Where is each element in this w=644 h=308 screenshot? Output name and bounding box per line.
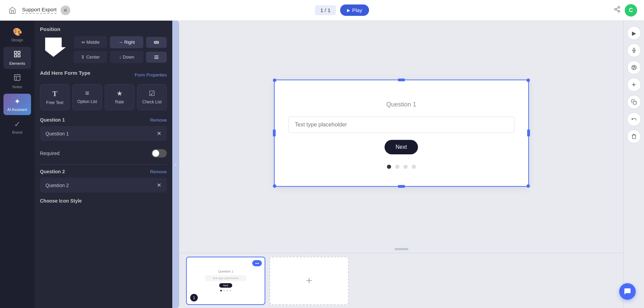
question2-clear-icon[interactable]: ✕ (157, 182, 161, 188)
canvas-bottom-handle[interactable] (179, 245, 623, 253)
svg-point-24 (634, 68, 635, 68)
brand-icon: ✓ (14, 120, 20, 129)
handle-top-center[interactable] (398, 79, 405, 81)
svg-line-3 (616, 10, 618, 11)
toolbar-undo-button[interactable] (627, 112, 641, 126)
share-icon[interactable] (614, 6, 621, 14)
middle-icon: ⇔ (81, 40, 85, 45)
svg-rect-9 (14, 75, 20, 81)
dot-1 (387, 165, 391, 169)
sidebar-item-elements[interactable]: Elements (3, 47, 31, 69)
canvas-text-input[interactable] (288, 116, 514, 133)
slide-strip: ••• Question 1 Text type placeholder Nex… (179, 253, 623, 308)
question2-remove-link[interactable]: Remove (150, 169, 167, 174)
svg-point-25 (633, 68, 634, 69)
main-layout: 🎨 Design Elements Notes ✦ AI Assistant ✓… (0, 21, 644, 308)
question2-input[interactable]: Question 2 ✕ (40, 178, 167, 193)
slide-thumb-dot-2 (223, 290, 225, 291)
svg-rect-5 (14, 51, 17, 53)
toolbar-play-button[interactable]: ▶ (627, 26, 641, 40)
form-type-rate[interactable]: ★ Rate (105, 84, 134, 110)
position-center-button[interactable]: ⇕ Center (74, 51, 107, 63)
svg-rect-18 (633, 48, 635, 51)
toolbar-copy-button[interactable] (627, 95, 641, 109)
handle-bottom-left[interactable] (273, 184, 276, 188)
page-indicator: 1 / 1 (315, 5, 336, 15)
close-button[interactable]: ✕ (61, 6, 70, 15)
avatar: C (625, 4, 637, 17)
slide-thumb-dot-1 (220, 290, 222, 291)
sidebar-item-notes[interactable]: Notes (3, 70, 31, 92)
handle-top-left[interactable] (273, 79, 276, 82)
required-toggle[interactable] (152, 149, 167, 157)
question2-value: Question 2 (45, 183, 69, 188)
question1-clear-icon[interactable]: ✕ (157, 130, 161, 137)
position-right-button[interactable]: → Right (110, 36, 143, 48)
dot-3 (403, 165, 408, 169)
slide-thumbnail-1[interactable]: ••• Question 1 Text type placeholder Nex… (186, 257, 265, 305)
question1-input[interactable]: Question 1 ✕ (40, 126, 167, 141)
handle-bottom-right[interactable] (527, 184, 530, 188)
question2-header: Question 2 Remove (40, 169, 167, 174)
question1-remove-link[interactable]: Remove (150, 117, 167, 123)
svg-line-4 (616, 8, 618, 9)
canvas-next-button[interactable]: Next (385, 140, 418, 154)
required-label: Required (40, 151, 60, 156)
toolbar-delete-button[interactable] (627, 130, 641, 143)
svg-point-22 (633, 66, 633, 67)
form-card[interactable]: Question 1 Next (274, 80, 529, 187)
topbar-center: 1 / 1 Play (315, 4, 369, 16)
position-icon-btn-2[interactable] (146, 52, 167, 63)
position-down-button[interactable]: ↓ Down (110, 51, 143, 63)
sidebar-item-design[interactable]: 🎨 Design (3, 24, 31, 45)
svg-rect-6 (18, 51, 20, 53)
form-type-free-text[interactable]: T Free Text (40, 84, 70, 110)
down-icon: ↓ (119, 54, 122, 60)
resize-handle-icon (395, 248, 408, 250)
chat-bubble-button[interactable] (619, 283, 636, 300)
svg-rect-8 (18, 55, 20, 57)
notes-icon (13, 74, 21, 83)
handle-middle-left[interactable] (273, 130, 276, 136)
right-toolbar: ▶ + (623, 21, 644, 308)
form-type-option-list[interactable]: ≡ Option List (72, 84, 102, 110)
document-title[interactable]: Support Export (22, 7, 57, 14)
divider-1 (40, 164, 167, 165)
slide-menu-button[interactable]: ••• (252, 260, 262, 266)
slide-add-button[interactable]: + (269, 257, 349, 305)
sidebar-item-ai-assistant[interactable]: ✦ AI Assistant (3, 94, 31, 115)
design-icon: 🎨 (13, 28, 22, 37)
question2-section: Question 2 Remove Question 2 ✕ (40, 169, 167, 193)
sidebar-item-label: Notes (12, 85, 22, 89)
home-button[interactable] (7, 5, 18, 16)
handle-bottom-center[interactable] (398, 185, 405, 188)
chevron-left-icon: ‹ (175, 161, 176, 167)
toolbar-mic-button[interactable] (627, 43, 641, 57)
rate-icon: ★ (116, 89, 123, 97)
svg-point-1 (615, 9, 616, 10)
handle-top-right[interactable] (527, 79, 530, 82)
panel-toggle[interactable]: ‹ (172, 21, 179, 308)
ai-icon: ✦ (14, 97, 20, 106)
canvas-question: Question 1 (288, 101, 514, 108)
position-section-title: Position (40, 26, 167, 32)
topbar: Support Export ✕ 1 / 1 Play C (0, 0, 644, 21)
question1-value: Question 1 (45, 131, 69, 136)
handle-middle-right[interactable] (527, 130, 530, 136)
play-button[interactable]: Play (340, 4, 369, 16)
question1-label: Question 1 (40, 117, 65, 123)
toolbar-add-button[interactable]: + (627, 78, 641, 92)
check-list-icon: ☑ (149, 89, 155, 97)
question1-section: Question 1 Remove Question 1 ✕ (40, 117, 167, 141)
slide-thumb-dot-4 (229, 290, 231, 291)
free-text-icon: T (52, 89, 58, 98)
form-type-check-list[interactable]: ☑ Check List (137, 84, 167, 110)
svg-rect-7 (14, 55, 17, 57)
toolbar-palette-button[interactable] (627, 61, 641, 74)
sidebar-item-brand[interactable]: ✓ Brand (3, 116, 31, 138)
form-type-title: Add Here Form Type (40, 70, 90, 76)
form-properties-link[interactable]: Form Properties (135, 72, 167, 78)
position-icon-btn-1[interactable] (146, 37, 167, 48)
position-middle-button[interactable]: ⇔ Middle (74, 36, 107, 48)
topbar-right: C (614, 4, 637, 17)
